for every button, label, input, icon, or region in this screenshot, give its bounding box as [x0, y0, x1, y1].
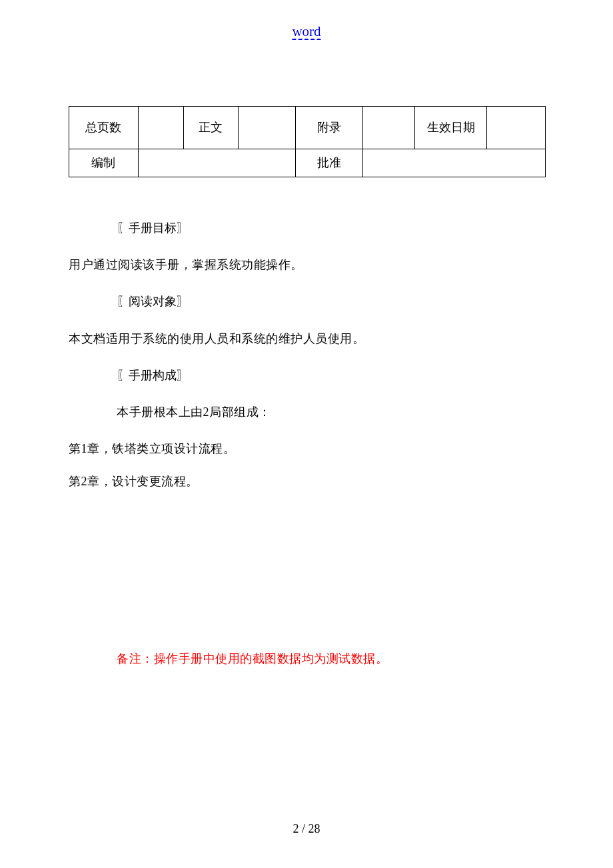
total-pages-value: [138, 107, 183, 149]
body-label: 正文: [183, 107, 238, 149]
section-heading-goal: 〖手册目标〗: [117, 220, 546, 237]
section-intro-structure: 本手册根本上由2局部组成：: [117, 404, 546, 421]
section-text-audience: 本文档适用于系统的使用人员和系统的维护人员使用。: [69, 331, 546, 347]
section-heading-audience: 〖阅读对象〗: [117, 293, 546, 310]
body-content: 〖手册目标〗 用户通过阅读该手册，掌握系统功能操作。 〖阅读对象〗 本文档适用于…: [69, 220, 546, 667]
compiled-label: 编制: [69, 149, 139, 177]
body-value: [238, 107, 295, 149]
page-number: 2 / 28: [293, 822, 320, 836]
remark-text: 备注：操作手册中使用的截图数据均为测试数据。: [117, 651, 546, 667]
info-table: 总页数 正文 附录 生效日期 编制 批准: [69, 106, 546, 177]
chapter-2-text: 第2章，设计变更流程。: [69, 473, 546, 490]
approved-value: [363, 149, 546, 177]
approved-label: 批准: [295, 149, 363, 177]
effective-date-value: [487, 107, 546, 149]
section-heading-structure: 〖手册构成〗: [117, 367, 546, 384]
header-word-link[interactable]: word: [292, 23, 320, 40]
compiled-value: [138, 149, 295, 177]
table-row: 总页数 正文 附录 生效日期: [69, 107, 546, 149]
appendix-value: [363, 107, 415, 149]
total-pages-label: 总页数: [69, 107, 139, 149]
effective-date-label: 生效日期: [415, 107, 487, 149]
chapter-1-text: 第1章，铁塔类立项设计流程。: [69, 441, 546, 457]
section-text-goal: 用户通过阅读该手册，掌握系统功能操作。: [69, 257, 546, 273]
table-row: 编制 批准: [69, 149, 546, 177]
appendix-label: 附录: [295, 107, 363, 149]
